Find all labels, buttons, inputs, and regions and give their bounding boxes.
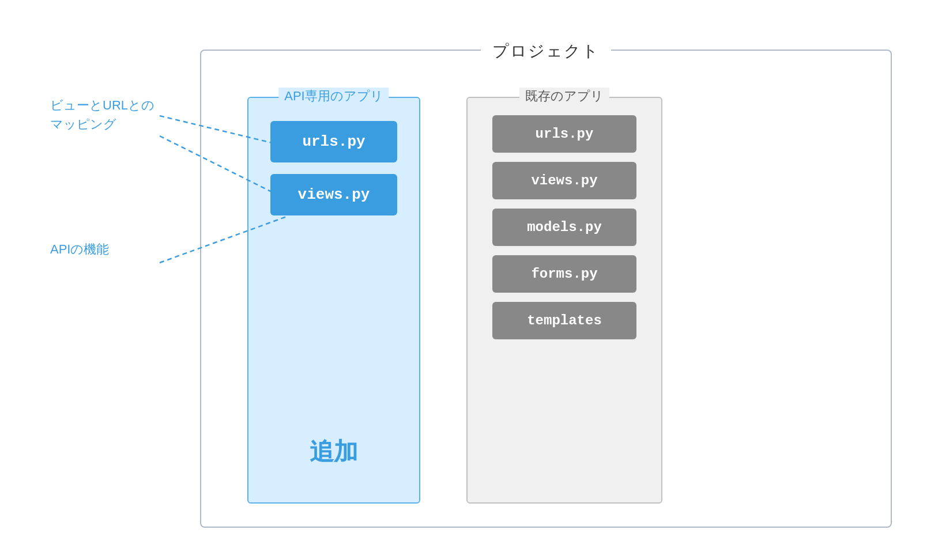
existing-urls-text: urls.py	[536, 126, 594, 142]
existing-app-box: 既存のアプリ urls.py views.py models.py forms.…	[466, 97, 662, 504]
mapping-label: ビューとURLとの マッピング	[50, 96, 155, 134]
project-box: プロジェクト API専用のアプリ urls.py views.py 追加 既存の…	[200, 50, 892, 528]
api-func-text: APIの機能	[50, 242, 109, 256]
api-views-text: views.py	[298, 186, 370, 203]
api-app-label: API専用のアプリ	[278, 88, 389, 105]
api-urls-text: urls.py	[302, 133, 365, 150]
existing-urls-block: urls.py	[492, 115, 636, 153]
existing-models-text: models.py	[527, 220, 602, 235]
existing-views-text: views.py	[531, 173, 597, 188]
existing-views-block: views.py	[492, 162, 636, 199]
existing-templates-text: templates	[527, 313, 602, 328]
existing-app-label: 既存のアプリ	[519, 88, 609, 105]
api-urls-block: urls.py	[270, 121, 397, 162]
existing-models-block: models.py	[492, 209, 636, 246]
existing-forms-text: forms.py	[531, 266, 597, 282]
project-label: プロジェクト	[481, 40, 611, 62]
mapping-text: ビューとURLとの マッピング	[50, 98, 155, 131]
api-add-label: 追加	[310, 436, 358, 468]
api-views-block: views.py	[270, 174, 397, 215]
existing-forms-block: forms.py	[492, 255, 636, 293]
api-app-box: API専用のアプリ urls.py views.py 追加	[247, 97, 420, 504]
existing-templates-block: templates	[492, 302, 636, 339]
api-func-label: APIの機能	[50, 240, 109, 259]
